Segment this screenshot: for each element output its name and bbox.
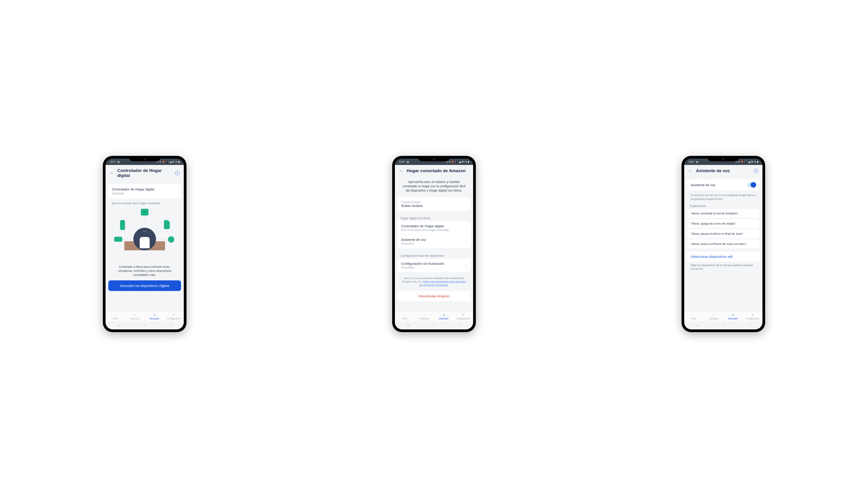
status-bar: 13:57 ▧ ℕ ∗ 🔕 📳 ◢ 36 % ▮ (684, 159, 763, 165)
signal-icon: ◢ (748, 160, 750, 163)
back-icon[interactable]: ← (110, 170, 114, 175)
signal-icon: ◢ (169, 160, 171, 163)
nav-actividad[interactable]: ∿Actividad (414, 313, 434, 320)
legal-link[interactable]: Obtén más información sobre los datos de… (419, 280, 466, 286)
bottom-nav: ⌂Inicio ∿Actividad ◎Descubrir ⚙Configura… (395, 311, 473, 321)
android-home-icon[interactable]: ○ (722, 323, 725, 327)
nav-inicio[interactable]: ⌂Inicio (105, 313, 125, 320)
nav-actividad[interactable]: ∿Actividad (704, 313, 723, 320)
dnd-icon: 🔕 (162, 160, 165, 163)
android-recent-icon[interactable]: □ (459, 323, 461, 327)
nav-descubrir[interactable]: ◎Descubrir (145, 313, 164, 320)
android-nav: ◁ ○ □ (105, 321, 184, 329)
voice-toggle[interactable] (747, 183, 756, 187)
battery-icon: ▮ (178, 160, 180, 163)
status-time: 13:57 (399, 160, 405, 163)
bluetooth-icon: ∗ (738, 160, 740, 163)
vibrate-icon: 📳 (744, 160, 747, 163)
image-icon: ▧ (407, 160, 409, 163)
nav-descubrir[interactable]: ◎Descubrir (723, 313, 743, 320)
bottom-nav: ⌂Inicio ∿Actividad ◎Descubrir ⚙Configura… (684, 311, 763, 321)
suggestion-1: "Alexa, enciende la red de invitados". (687, 209, 760, 218)
nav-inicio[interactable]: ⌂Inicio (395, 313, 414, 320)
dnd-icon: 🔕 (451, 160, 454, 163)
toggle-label: Asistente de voz (690, 183, 715, 187)
helper-text: eero es el centro de tu hogar conectado. (105, 201, 184, 205)
chevron-right-icon: › (465, 263, 467, 268)
android-home-icon[interactable]: ○ (144, 323, 146, 327)
eero-hub-icon: ⌢⌢ (133, 228, 156, 250)
lock-node-icon (164, 220, 170, 229)
amazon-account-item[interactable]: Cuenta Amazon Ruben Andres (398, 197, 470, 210)
nav-configuracion[interactable]: ⚙Configuración (454, 313, 473, 320)
home-icon: ⌂ (113, 313, 118, 317)
android-recent-icon[interactable]: □ (748, 323, 751, 327)
nfc-icon: ℕ (446, 160, 448, 163)
card-subtitle: Activado (112, 192, 178, 195)
info-icon[interactable]: i (175, 171, 180, 175)
android-recent-icon[interactable]: □ (170, 323, 172, 327)
info-icon[interactable]: i (754, 168, 758, 173)
android-back-icon[interactable]: ◁ (696, 323, 699, 327)
home-icon: ⌂ (402, 313, 407, 317)
page-title: Hogar conectado de Amazon (407, 168, 469, 173)
dnd-icon: 🔕 (741, 160, 744, 163)
chevron-right-icon: › (465, 225, 467, 230)
suggestion-2: "Alexa, apaga las luces de estado". (687, 219, 760, 228)
frustration-free-item[interactable]: Configuración sin frustración Encendida … (398, 259, 470, 272)
description-text: Conéctate a Alexa para controlar luces, … (105, 264, 184, 278)
android-nav: ◁ ○ □ (395, 321, 473, 329)
battery-icon: ▮ (468, 160, 469, 163)
status-bar: 13:57 ▧ ℕ ∗ 🔕 📳 ◢ 36 % ▮ (395, 159, 473, 165)
image-icon: ▧ (117, 160, 120, 163)
unlink-amazon-button[interactable]: Desvincular Amazon (398, 291, 470, 301)
section-config-label: Configuración fácil del dispositivo (395, 251, 473, 259)
nfc-icon: ℕ (156, 160, 158, 163)
thermostat-node-icon: 75° (141, 209, 149, 216)
vibrate-icon: 📳 (166, 160, 169, 163)
settings-icon: ⚙ (172, 313, 176, 317)
nav-inicio[interactable]: ⌂Inicio (684, 313, 704, 320)
back-icon[interactable]: ← (399, 168, 403, 173)
battery-text: 41 % (172, 160, 178, 163)
voice-assistant-toggle-card: Asistente de voz (687, 180, 760, 190)
account-name: Ruben Andres (401, 204, 467, 207)
app-header: ← Asistente de voz i (684, 165, 763, 176)
battery-text: 36 % (461, 160, 467, 163)
card-title: Controlador de Hogar digital (112, 187, 178, 191)
controller-item[interactable]: Controlador de Hogar digital eero es el … (398, 221, 470, 234)
bottom-nav: ⌂Inicio ∿Actividad ◎Descubrir ⚙Configura… (105, 311, 184, 321)
voice-assistant-item[interactable]: Asistente de voz Encendida › (398, 234, 470, 248)
bluetooth-icon: ∗ (448, 160, 451, 163)
discover-zigbee-button[interactable]: Descubre los dispositivos Zigbee (108, 281, 181, 291)
back-icon[interactable]: ← (688, 168, 693, 173)
bluetooth-icon: ∗ (159, 160, 161, 163)
battery-text: 36 % (751, 160, 756, 163)
page-title: Asistente de voz (696, 168, 751, 173)
android-home-icon[interactable]: ○ (433, 323, 435, 327)
settings-icon: ⚙ (461, 313, 466, 317)
phone-mockup-1: 13:27 ▧ ℕ ∗ 🔕 📳 ◢ 41 % ▮ ← Controlador d… (103, 156, 186, 332)
select-footer-text: Elige los dispositivos de la red que qui… (684, 263, 763, 271)
android-back-icon[interactable]: ◁ (117, 323, 120, 327)
phone-mockup-2: 13:57 ▧ ℕ ∗ 🔕 📳 ◢ 36 % ▮ ← Hogar conecta… (392, 156, 476, 332)
android-back-icon[interactable]: ◁ (407, 323, 409, 327)
switch-node-icon (120, 220, 125, 230)
account-label: Cuenta Amazon (401, 201, 467, 204)
android-nav: ◁ ○ □ (684, 321, 763, 329)
discover-icon: ◎ (441, 313, 446, 317)
nav-configuracion[interactable]: ⚙Configuración (164, 313, 184, 320)
nav-actividad[interactable]: ∿Actividad (125, 313, 145, 320)
suggestion-3: "Alexa, pausa el wifi en el iPad de Juan… (687, 229, 760, 238)
settings-icon: ⚙ (750, 313, 755, 317)
activity-icon: ∿ (711, 313, 716, 317)
status-bar: 13:27 ▧ ℕ ∗ 🔕 📳 ◢ 41 % ▮ (105, 159, 184, 165)
nav-configuracion[interactable]: ⚙Configuración (743, 313, 763, 320)
intro-text: Aprovecha eero al máximo y mantén conect… (395, 176, 473, 194)
nfc-icon: ℕ (735, 160, 737, 163)
nav-descubrir[interactable]: ◎Descubrir (434, 313, 454, 320)
page-title: Controlador de Hogar digital (117, 168, 172, 178)
vibrate-icon: 📳 (455, 160, 458, 163)
suggestion-4: "Alexa, busca el iPhone de Juan con eero… (687, 239, 760, 248)
select-wifi-devices-button[interactable]: Seleccionar dispositivos wifi (687, 252, 760, 262)
